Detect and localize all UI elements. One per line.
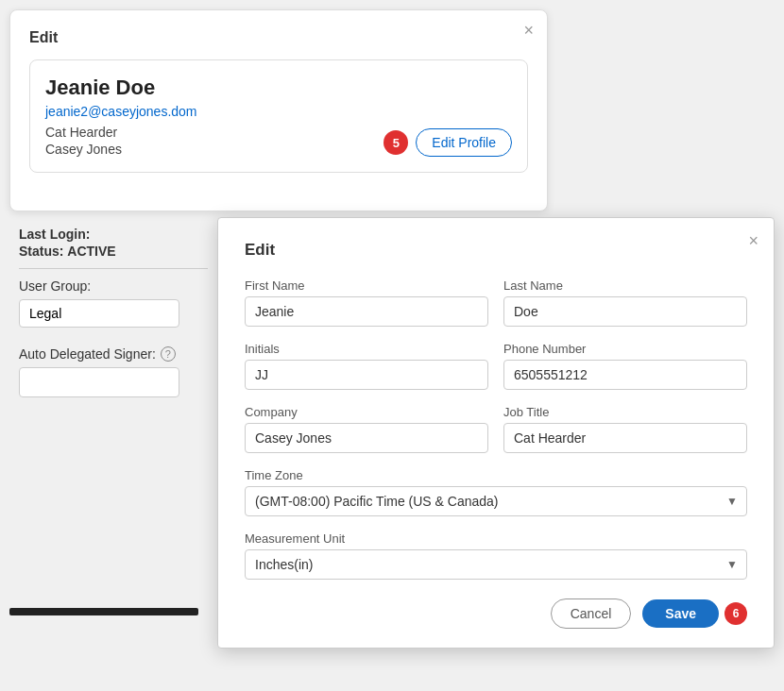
save-badge: 6 — [724, 602, 747, 625]
status-label: Status: — [19, 244, 63, 259]
company-input[interactable] — [245, 423, 488, 453]
cancel-button[interactable]: Cancel — [551, 598, 632, 629]
last-name-group: Last Name — [503, 278, 747, 327]
status-value: ACTIVE — [67, 244, 115, 259]
name-row: First Name Last Name — [245, 278, 747, 327]
initials-group: Initials — [245, 342, 488, 390]
modal-footer: Cancel Save 6 — [245, 598, 747, 629]
company-label: Company — [245, 405, 488, 419]
last-name-label: Last Name — [503, 278, 747, 293]
status-info: Status: ACTIVE — [19, 244, 208, 259]
user-group-value: Legal — [19, 299, 179, 328]
bg-close-button[interactable]: × — [523, 22, 534, 39]
edit-modal-title: Edit — [245, 241, 747, 260]
profile-name: Jeanie Doe — [45, 76, 512, 100]
initials-label: Initials — [245, 342, 488, 356]
last-name-input[interactable] — [503, 296, 747, 327]
initials-input[interactable] — [245, 360, 488, 390]
auto-delegated-text: Auto Delegated Signer: — [19, 346, 156, 362]
timezone-group: Time Zone (GMT-08:00) Pacific Time (US &… — [245, 468, 747, 516]
divider-1 — [19, 268, 208, 269]
left-info-panel: Last Login: Status: ACTIVE User Group: L… — [19, 227, 208, 397]
user-group-label: User Group: — [19, 278, 208, 294]
edit-profile-button[interactable]: Edit Profile — [416, 128, 512, 157]
timezone-select-wrapper: (GMT-08:00) Pacific Time (US & Canada) ▼ — [245, 486, 747, 516]
company-group: Company — [245, 405, 488, 453]
auto-delegated-input[interactable] — [19, 367, 179, 397]
help-icon[interactable]: ? — [161, 346, 176, 362]
measurement-select-wrapper: Inches(in) ▼ — [245, 549, 747, 580]
profile-email: jeanie2@caseyjones.dom — [45, 104, 512, 119]
edit-profile-area: 5 Edit Profile — [383, 128, 512, 157]
save-button-area: Save 6 — [642, 599, 747, 628]
measurement-select[interactable]: Inches(in) — [245, 549, 747, 580]
job-title-label: Job Title — [503, 405, 747, 419]
measurement-group: Measurement Unit Inches(in) ▼ — [245, 531, 747, 580]
auto-delegated-label: Auto Delegated Signer: ? — [19, 346, 208, 362]
company-jobtitle-row: Company Job Title — [245, 405, 747, 453]
job-title-input[interactable] — [503, 423, 747, 453]
initials-phone-row: Initials Phone Number — [245, 342, 747, 390]
timezone-label: Time Zone — [245, 468, 747, 482]
timezone-select[interactable]: (GMT-08:00) Pacific Time (US & Canada) — [245, 486, 747, 516]
profile-card: Jeanie Doe jeanie2@caseyjones.dom Cat He… — [29, 59, 528, 173]
first-name-label: First Name — [245, 278, 488, 293]
phone-label: Phone Number — [503, 342, 747, 356]
edit-profile-badge: 5 — [383, 130, 408, 155]
last-login-label: Last Login: — [19, 227, 208, 242]
phone-input[interactable] — [503, 360, 747, 390]
background-edit-panel: Edit × Jeanie Doe jeanie2@caseyjones.dom… — [9, 9, 548, 211]
job-title-group: Job Title — [503, 405, 747, 453]
phone-group: Phone Number — [503, 342, 747, 390]
modal-close-button[interactable]: × — [748, 231, 758, 251]
first-name-group: First Name — [245, 278, 488, 327]
black-bar-decoration — [9, 608, 198, 615]
bg-panel-title: Edit — [29, 29, 528, 46]
measurement-label: Measurement Unit — [245, 531, 747, 546]
first-name-input[interactable] — [245, 296, 488, 327]
edit-modal: Edit × First Name Last Name Initials Pho… — [217, 217, 775, 649]
save-button[interactable]: Save — [642, 599, 719, 628]
